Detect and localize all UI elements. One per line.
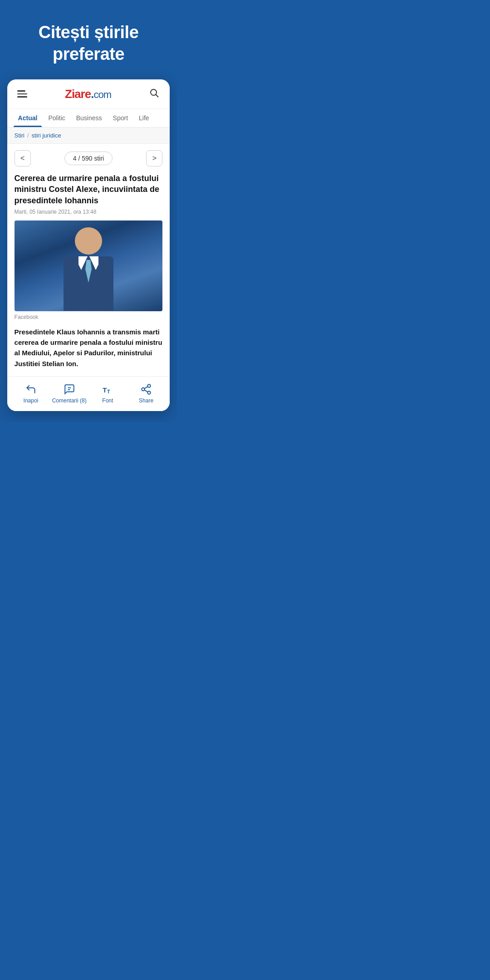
article-image-wrapper xyxy=(15,220,163,311)
share-label: Share xyxy=(139,397,153,404)
article-date: Marti, 05 Ianuarie 2021, ora 13:48 xyxy=(15,209,163,215)
prev-button[interactable]: < xyxy=(15,150,31,167)
person-body xyxy=(64,256,113,311)
article-summary: Presedintele Klaus Iohannis a transmis m… xyxy=(15,327,163,369)
svg-point-8 xyxy=(147,391,151,394)
nav-tabs: Actual Politic Business Sport Life xyxy=(7,109,170,127)
tab-politic[interactable]: Politic xyxy=(44,109,69,127)
breadcrumb: Stiri / stiri juridice xyxy=(7,127,170,144)
hero-title: Citești știrile preferate xyxy=(15,22,162,65)
pagination: < 4 / 590 stiri > xyxy=(7,144,170,173)
person-illustration xyxy=(57,227,120,311)
breadcrumb-separator: / xyxy=(27,132,29,139)
page-info: 4 / 590 stiri xyxy=(64,152,113,165)
inapoi-label: Inapoi xyxy=(24,397,39,404)
font-button[interactable]: T T Font xyxy=(88,383,127,404)
font-label: Font xyxy=(102,397,113,404)
comentarii-label: Comentarii (8) xyxy=(52,397,87,404)
breadcrumb-stiri[interactable]: Stiri xyxy=(15,132,24,139)
comentarii-icon xyxy=(63,383,76,396)
person-head xyxy=(75,227,102,255)
svg-text:T: T xyxy=(103,386,108,393)
logo-ziare: Ziare xyxy=(65,87,91,101)
svg-point-6 xyxy=(147,384,151,387)
svg-point-0 xyxy=(151,89,157,95)
comentarii-button[interactable]: Comentarii (8) xyxy=(50,383,88,404)
next-button[interactable]: > xyxy=(146,150,162,167)
article-title: Cererea de urmarire penala a fostului mi… xyxy=(15,173,163,206)
svg-text:T: T xyxy=(107,389,110,394)
menu-button[interactable] xyxy=(15,88,29,99)
svg-line-10 xyxy=(144,387,147,388)
tab-business[interactable]: Business xyxy=(72,109,107,127)
logo-com: com xyxy=(93,89,111,100)
app-header: Ziare.com xyxy=(7,79,170,109)
font-icon: T T xyxy=(101,383,114,396)
share-button[interactable]: Share xyxy=(127,383,166,404)
article-image xyxy=(15,220,163,311)
svg-point-7 xyxy=(142,388,145,391)
app-card: Ziare.com Actual Politic Business Sport … xyxy=(7,79,170,411)
svg-line-1 xyxy=(156,95,159,98)
tab-actual[interactable]: Actual xyxy=(14,109,42,127)
search-icon xyxy=(149,88,160,98)
hero-section: Citești știrile preferate xyxy=(0,0,177,79)
inapoi-button[interactable]: Inapoi xyxy=(12,383,50,404)
inapoi-icon xyxy=(24,383,37,396)
tab-life[interactable]: Life xyxy=(134,109,154,127)
breadcrumb-stiri-juridice[interactable]: stiri juridice xyxy=(32,132,61,139)
image-caption: Facebook xyxy=(15,314,163,320)
bottom-bar: Inapoi Comentarii (8) T T Font xyxy=(7,376,170,411)
person-tie xyxy=(85,260,92,283)
search-button[interactable] xyxy=(147,86,162,102)
tab-sport[interactable]: Sport xyxy=(108,109,132,127)
share-icon xyxy=(140,383,152,396)
article-content: Cererea de urmarire penala a fostului mi… xyxy=(7,173,170,376)
svg-line-9 xyxy=(144,390,147,392)
logo[interactable]: Ziare.com xyxy=(65,87,111,101)
